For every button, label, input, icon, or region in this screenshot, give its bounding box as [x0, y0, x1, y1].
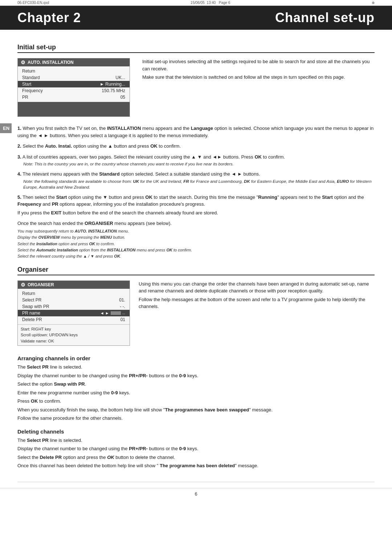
organiser-row-pr-name: PR name ◄ ► ... [18, 310, 130, 316]
once-search-line: Once the search has ended the ORGANISER … [17, 220, 375, 227]
organiser-left: ⚙ ORGANISER Return Select PR01. Swap wit… [17, 280, 130, 349]
chapter-label: Chapter 2 [17, 10, 81, 25]
deleting-content: The Select PR line is selected. Display … [17, 437, 375, 469]
menu-row-pr: PR05 [18, 94, 130, 100]
bottom-divider [17, 482, 375, 482]
menu-dark-bar [18, 102, 130, 116]
organiser-menu-body: Return Select PR01. Swap with PR- -. PR … [18, 289, 130, 324]
menu-row-return: Return [18, 68, 130, 74]
return-instructions: You may subsequently return to AUTO. INS… [17, 229, 375, 259]
initial-setup-right: Initial set-up involves selecting all th… [142, 58, 375, 120]
organiser-row-return: Return [18, 290, 130, 297]
step-4-note: Note: the following standards are availa… [23, 178, 375, 190]
menu-row-standard: StandardUK... [18, 74, 130, 81]
step-3: 3. A list of countries appears, over two… [17, 153, 375, 167]
initial-setup-heading: Initial set-up [17, 44, 375, 53]
filename: 06-EFC030-EN.qxd [17, 1, 49, 5]
organiser-content: ⚙ ORGANISER Return Select PR01. Swap wit… [17, 280, 375, 349]
arranging-content: The Select PR line is selected. Display … [17, 364, 375, 422]
step-3-note: Note: This is the country you are in, or… [23, 161, 375, 167]
menu-row-start: Start ► Running... [18, 81, 130, 87]
file-info: 06-EFC030-EN.qxd 15/06/05 13:40 Page 6 ⊕ [0, 0, 392, 6]
auto-installation-menu: ⚙ AUTO. INSTALLATION Return StandardUK..… [17, 58, 130, 117]
menu-row-frequency: Frequency150.75 MHz [18, 87, 130, 94]
menu-title: ⚙ AUTO. INSTALLATION [18, 58, 130, 66]
organiser-menu: ⚙ ORGANISER Return Select PR01. Swap wit… [17, 280, 130, 346]
organiser-row-select-pr: Select PR01. [18, 297, 130, 303]
organiser-menu-bottom: Start: RIGHT key Scroll up/down: UP/DOWN… [18, 324, 130, 346]
organiser-desc-1: Using this menu you can change the order… [139, 280, 375, 295]
step-2: 2. Select the Auto. Instal. option using… [17, 143, 375, 150]
organiser-desc-2: Follow the help messages at the bottom o… [139, 296, 375, 310]
organiser-right: Using this menu you can change the order… [139, 280, 375, 349]
menu-body: Return StandardUK... Start ► Running... … [18, 66, 130, 102]
organiser-title-text: ORGANISER [28, 282, 54, 287]
gear-icon-organiser: ⚙ [21, 282, 25, 288]
initial-desc-2: Make sure that the television is switche… [142, 74, 375, 81]
organiser-heading: Organiser [17, 266, 375, 275]
step-5: 5. Then select the Start option using th… [17, 194, 375, 217]
page-header: Chapter 2 Channel set-up [0, 6, 392, 30]
menu-title-text: AUTO. INSTALLATION [28, 60, 74, 65]
organiser-menu-title: ⚙ ORGANISER [18, 281, 130, 289]
initial-desc-1: Initial set-up involves selecting all th… [142, 58, 375, 72]
arranging-heading: Arranging channels in order [17, 355, 375, 361]
page-title: Channel set-up [275, 10, 375, 25]
language-badge: EN [0, 123, 12, 133]
initial-setup-content: ⚙ AUTO. INSTALLATION Return StandardUK..… [17, 58, 375, 120]
page-number: 6 [0, 488, 392, 497]
file-date-time: 15/06/05 13:40 Page 6 [191, 1, 230, 5]
step-1: 1. When you first switch the TV set on, … [17, 125, 375, 139]
initial-setup-left: ⚙ AUTO. INSTALLATION Return StandardUK..… [17, 58, 134, 120]
name-bar [111, 311, 121, 315]
gear-icon: ⚙ [21, 59, 25, 65]
step-4: 4. The relevant menu appears with the St… [17, 171, 375, 190]
deleting-heading: Deleting channels [17, 428, 375, 435]
organiser-row-delete-pr: Delete PR01 [18, 316, 130, 323]
organiser-row-swap: Swap with PR- -. [18, 303, 130, 310]
